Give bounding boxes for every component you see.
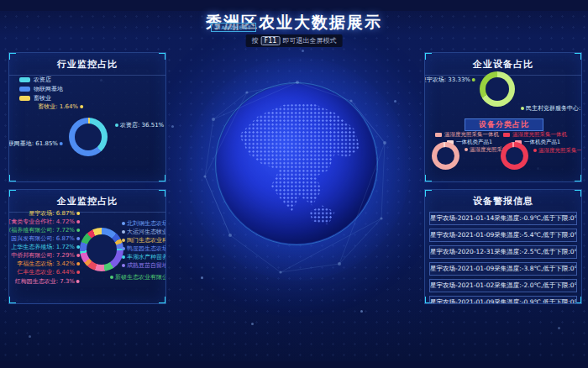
chart-callout: 民主村党群服务中心: <box>519 105 580 112</box>
chart-callout: 星宇农场: 6.87% <box>29 210 81 217</box>
legend-swatch <box>19 77 30 82</box>
legend-swatch <box>19 96 30 101</box>
legend-swatch <box>435 133 442 137</box>
callout-text: 丰湖水产种苗养殖场: 1. <box>127 254 166 260</box>
callout-text: 北刘铜生态农场: 11.56% <box>127 220 166 227</box>
legend-label: 温湿度光照采集一体机 <box>444 131 499 138</box>
series-dot <box>76 245 80 249</box>
series-dot <box>80 105 83 108</box>
alarm-row: 星宇农场-2020-12-31采集温度:-2.5℃,低于下限:0℃ <box>429 245 577 259</box>
series-dot <box>76 212 80 215</box>
callout-text: 农资店: 36.51% <box>120 122 164 129</box>
panel-title: 企业监控占比 <box>9 190 165 213</box>
callout-text: 星宇农场: 33.33% <box>424 76 470 83</box>
chart-callout: 新硕生态农业有限公司: 6.87 <box>108 274 166 281</box>
legend-item: 温湿度光照采集一体机 <box>435 132 499 138</box>
alarm-row: 星宇农场-2021-01-09采集温度:-5.4℃,低于下限:0℃ <box>429 229 577 242</box>
fullscreen-hint: 按F11即可退出全屏模式 <box>246 34 343 47</box>
callout-text: 国兴发有限公司: 6.87% <box>11 235 75 242</box>
callout-text: 成熟豆苗自留地: 15.02% <box>127 262 166 269</box>
chart-callout: 北刘铜生态农场: 11.56% <box>120 220 166 227</box>
series-dot <box>122 264 125 267</box>
chart-callout: 家福养殖有限公司: 7.72% <box>8 227 81 234</box>
corner-decoration <box>424 52 432 60</box>
chart-callout: 畜牧业: 1.64% <box>38 103 85 110</box>
series-dot <box>76 262 80 265</box>
corner-decoration <box>575 52 582 60</box>
series-dot <box>76 280 80 283</box>
callout-text: 民主村党群服务中心: <box>526 105 580 112</box>
device-class-right-donut <box>501 142 528 170</box>
corner-decoration <box>575 175 582 182</box>
series-dot <box>110 276 113 279</box>
donut-hole <box>486 77 509 101</box>
series-dot <box>115 124 118 127</box>
legend-item: 物联网基地 <box>19 86 63 92</box>
chart-callout: 中侨邦有限公司: 7.29% <box>11 252 81 259</box>
chart-callout: 温湿度光照采集一 <box>532 147 582 154</box>
callout-text: 中侨邦有限公司: 7.29% <box>11 252 75 259</box>
callout-text: 红梅园生态农业: 7.3% <box>15 278 75 285</box>
series-dot <box>76 220 80 223</box>
panel-title: 设备警报信息 <box>425 190 581 212</box>
page-title: 秀洲区农业大数据展示 <box>0 12 588 34</box>
alarm-row: 星宇农场-2021-01-14采集温度:-0.9℃,低于下限:0℃ <box>429 212 577 225</box>
corner-decoration <box>424 175 432 182</box>
legend-item: 农资店 <box>19 76 51 83</box>
corner-decoration <box>424 189 432 197</box>
donut-hole <box>87 234 117 265</box>
hint-suffix: 即可退出全屏模式 <box>282 37 336 45</box>
device-class-left-donut <box>432 142 459 170</box>
chart-callout: 成熟豆苗自留地: 15.02% <box>120 262 166 269</box>
chart-callout: 国兴发有限公司: 6.87% <box>11 235 81 242</box>
corner-decoration <box>159 297 166 304</box>
callout-text: 大运河生态牧业有限责任公 <box>127 229 166 235</box>
series-dot <box>76 237 80 240</box>
callout-text: 陶门生态农业科技有限公 <box>127 237 166 244</box>
chart-callout: 陶门生态农业科技有限公 <box>120 237 166 244</box>
bottom-band-decoration <box>0 361 588 368</box>
device-class-section-title: 设备分类占比 <box>465 118 543 131</box>
alarm-list: 星宇农场-2021-01-14采集温度:-0.9℃,低于下限:0℃ 星宇农场-2… <box>429 212 577 304</box>
corner-decoration <box>159 52 166 60</box>
callout-text: 畜牧业: 1.64% <box>38 103 78 110</box>
callout-text: 家福养殖有限公司: 7.72% <box>8 227 75 234</box>
panel-device-alarms: 设备警报信息 星宇农场-2021-01-14采集温度:-0.9℃,低于下限:0℃… <box>424 189 582 304</box>
panel-title: 行业监控占比 <box>9 53 165 76</box>
legend-label: 一体机类产品1 <box>524 139 560 145</box>
legend-item: 畜牧业 <box>19 95 51 102</box>
network-mesh-decoration <box>198 69 396 284</box>
corner-decoration <box>8 189 16 197</box>
brand-watermark: TIANZHENT <box>211 23 256 32</box>
chart-callout: 仁丰生态农业: 6.44% <box>17 269 81 276</box>
chart-callout: 大运河生态牧业有限责任公 <box>120 229 166 235</box>
chart-callout: 物联网基地: 61.85% <box>8 140 65 147</box>
donut-hole <box>506 147 523 165</box>
legend-label: 农资店 <box>34 76 51 83</box>
series-dot <box>122 222 125 225</box>
corner-decoration <box>8 175 16 182</box>
series-dot <box>60 142 63 145</box>
panel-equipment-ratio: 企业设备占比 星宇农场: 33.33% 民主村党群服务中心: 设备分类占比 温湿… <box>424 52 582 182</box>
legend-label: 物联网基地 <box>34 86 63 92</box>
series-dot <box>76 271 80 274</box>
corner-decoration <box>159 189 166 197</box>
hint-prefix: 按 <box>252 37 259 45</box>
enterprise-donut-chart <box>80 228 123 271</box>
series-dot <box>521 107 524 110</box>
callout-text: 上华生态养殖场: 1.72% <box>11 244 75 250</box>
donut-hole <box>75 124 102 150</box>
legend-swatch <box>19 87 30 92</box>
callout-text: 温湿度光照采集一 <box>538 147 582 154</box>
chart-callout: 农资店: 36.51% <box>113 122 164 129</box>
corner-decoration <box>8 297 16 304</box>
corner-decoration <box>8 52 16 60</box>
series-dot <box>76 254 80 257</box>
series-dot <box>122 239 125 242</box>
series-dot <box>122 247 125 250</box>
corner-decoration <box>159 175 166 182</box>
equipment-donut-chart <box>480 71 515 107</box>
chart-callout: 彩虹禽类专业合作社: 4.72% <box>8 218 81 225</box>
series-dot <box>122 230 125 234</box>
legend-label: 畜牧业 <box>34 95 51 102</box>
